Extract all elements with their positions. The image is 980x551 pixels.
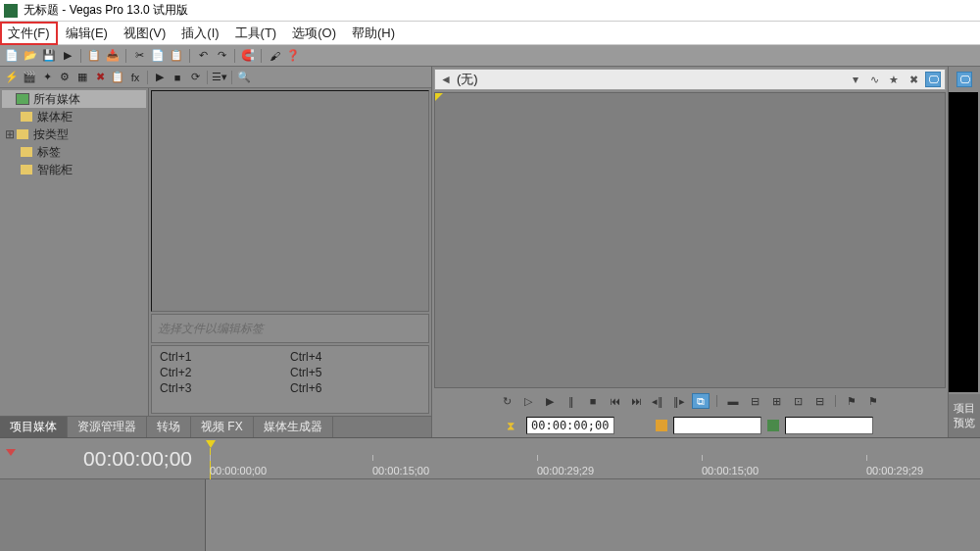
playhead-icon[interactable] — [206, 440, 216, 448]
monitor-icon[interactable]: 🖵 — [956, 72, 972, 87]
properties-icon[interactable]: 📋 — [86, 48, 102, 64]
tree-tags[interactable]: 标签 — [2, 143, 146, 161]
tree-media-bin[interactable]: 媒体柜 — [2, 108, 146, 125]
overlay-icon[interactable]: ⧉ — [692, 393, 710, 409]
play-icon[interactable]: ▶ — [152, 70, 168, 85]
marker-icon — [6, 449, 16, 456]
flag-out-icon[interactable]: ⚑ — [864, 393, 882, 409]
menu-edit[interactable]: 编辑(E) — [58, 22, 116, 45]
tab-explorer[interactable]: 资源管理器 — [68, 417, 147, 437]
monitor-tab-preview[interactable]: 预览 — [954, 416, 975, 430]
trimmer-dropdown[interactable]: (无) — [453, 71, 849, 88]
tab-project-media[interactable]: 项目媒体 — [0, 417, 68, 437]
save-icon[interactable]: 💾 — [41, 48, 57, 64]
go-end-icon[interactable]: ⏭ — [627, 393, 645, 409]
ruler-tick: 00:00:15;00 — [372, 465, 429, 476]
timeline-tracks[interactable] — [0, 479, 980, 551]
workspace: ⚡ 🎬 ✦ ⚙ ▦ ✖ 📋 fx ▶ ■ ⟳ ☰▾ 🔍 所有媒体 — [0, 67, 980, 437]
pause-icon[interactable]: ‖ — [563, 393, 580, 409]
paste-icon[interactable]: 📋 — [169, 48, 184, 64]
timecode-field[interactable]: 00:00:00;00 — [526, 417, 614, 434]
loop-icon[interactable]: ↻ — [498, 393, 515, 409]
folder-icon — [20, 146, 33, 158]
media-browse[interactable] — [151, 90, 429, 312]
help-icon[interactable]: ❓ — [285, 48, 301, 64]
shortcut-label: Ctrl+2 — [160, 366, 290, 379]
track-area[interactable] — [206, 479, 980, 551]
play-icon[interactable]: ▶ — [541, 393, 559, 409]
media-area: 选择文件以编辑标签 Ctrl+1 Ctrl+2 Ctrl+3 Ctrl+4 Ct… — [149, 88, 431, 416]
star-icon[interactable]: ✦ — [39, 70, 55, 85]
menu-view[interactable]: 视图(V) — [116, 22, 173, 45]
gear-icon[interactable]: ⚙ — [57, 70, 73, 85]
grid-icon[interactable]: ▦ — [74, 70, 90, 85]
close-icon[interactable]: ✖ — [906, 72, 921, 87]
timeline-ruler[interactable]: 00:00:00;00 00:00:15;00 00:00:29;29 00:0… — [206, 438, 980, 478]
search-icon[interactable]: 🔍 — [236, 70, 252, 85]
tree-smart-bin[interactable]: 智能柜 — [2, 161, 146, 178]
out-point-icon — [767, 420, 779, 431]
undo-icon[interactable]: ↶ — [195, 48, 211, 64]
fx-chain-icon[interactable]: ★ — [886, 72, 902, 87]
stop-icon[interactable]: ■ — [170, 70, 185, 85]
dropdown-arrow-icon[interactable]: ▾ — [849, 73, 862, 86]
audio-insert-icon[interactable]: ⊡ — [789, 393, 807, 409]
tree-all-media[interactable]: 所有媒体 — [2, 90, 146, 108]
video-insert-icon[interactable]: ⊟ — [810, 393, 828, 409]
monitor-toolbar: 🖵 — [951, 69, 978, 90]
media-content: 所有媒体 媒体柜 ⊞ 按类型 标签 智能柜 — [0, 88, 431, 416]
autoplay-icon[interactable]: ⟳ — [187, 70, 203, 85]
new-icon[interactable]: 📄 — [4, 48, 20, 64]
region-icon[interactable]: ⊞ — [767, 393, 785, 409]
toolbar-separator — [80, 49, 81, 63]
tab-media-gen[interactable]: 媒体生成器 — [254, 417, 333, 437]
play-start-icon[interactable]: ▷ — [519, 393, 537, 409]
import-icon[interactable]: 📥 — [105, 48, 121, 64]
property-icon[interactable]: 📋 — [110, 70, 125, 85]
render-icon[interactable]: ▶ — [60, 48, 75, 64]
menu-options[interactable]: 选项(O) — [284, 22, 344, 45]
snap-icon[interactable]: 🧲 — [240, 48, 256, 64]
open-icon[interactable]: 📂 — [23, 48, 38, 64]
cut-icon[interactable]: ✂ — [131, 48, 147, 64]
marker-icon[interactable]: 🖌 — [267, 48, 282, 64]
tree-by-type[interactable]: ⊞ 按类型 — [2, 125, 146, 143]
add-marker-icon[interactable]: ▬ — [724, 393, 742, 409]
timeline: 00:00:00;00 00:00:00;00 00:00:15;00 00:0… — [0, 437, 980, 551]
out-point-field[interactable] — [785, 417, 873, 434]
film-icon[interactable]: 🎬 — [22, 70, 37, 85]
shortcut-label: Ctrl+4 — [290, 350, 420, 364]
menu-file[interactable]: 文件(F) — [0, 22, 58, 45]
track-headers[interactable] — [0, 479, 206, 551]
go-start-icon[interactable]: ⏮ — [606, 393, 623, 409]
stop-icon[interactable]: ■ — [584, 393, 602, 409]
next-frame-icon[interactable]: ‖▸ — [670, 393, 688, 409]
cursor-timecode[interactable]: 00:00:00;00 — [8, 447, 198, 471]
preview-video-area[interactable] — [434, 92, 946, 388]
nav-prev-icon[interactable]: ◄ — [439, 73, 453, 86]
split-icon[interactable]: ⊟ — [746, 393, 763, 409]
prev-frame-icon[interactable]: ◂‖ — [649, 393, 666, 409]
menu-help[interactable]: 帮助(H) — [344, 22, 403, 45]
menu-tools[interactable]: 工具(T) — [227, 22, 285, 45]
view-icon[interactable]: ☰▾ — [212, 70, 227, 85]
flash-icon[interactable]: ⚡ — [4, 70, 20, 85]
fx-icon[interactable]: fx — [127, 70, 143, 85]
tab-transitions[interactable]: 转场 — [147, 417, 191, 437]
redo-icon[interactable]: ↷ — [214, 48, 229, 64]
ruler-tick: 00:00:15;00 — [702, 465, 759, 476]
expand-icon[interactable]: ⊞ — [4, 127, 16, 141]
ruler-tick: 00:00:00;00 — [210, 465, 267, 476]
monitor-video[interactable] — [949, 92, 978, 392]
monitor-icon[interactable]: 🖵 — [925, 72, 941, 87]
tab-video-fx[interactable]: 视频 FX — [191, 417, 254, 437]
menu-insert[interactable]: 插入(I) — [173, 22, 226, 45]
monitor-tab-project[interactable]: 项目 — [954, 401, 975, 416]
media-icon — [16, 93, 29, 105]
flag-in-icon[interactable]: ⚑ — [843, 393, 860, 409]
toolbar-separator — [716, 395, 717, 407]
copy-icon[interactable]: 📄 — [150, 48, 166, 64]
delete-icon[interactable]: ✖ — [92, 70, 108, 85]
wave-icon[interactable]: ∿ — [866, 72, 882, 87]
in-point-field[interactable] — [673, 417, 761, 434]
